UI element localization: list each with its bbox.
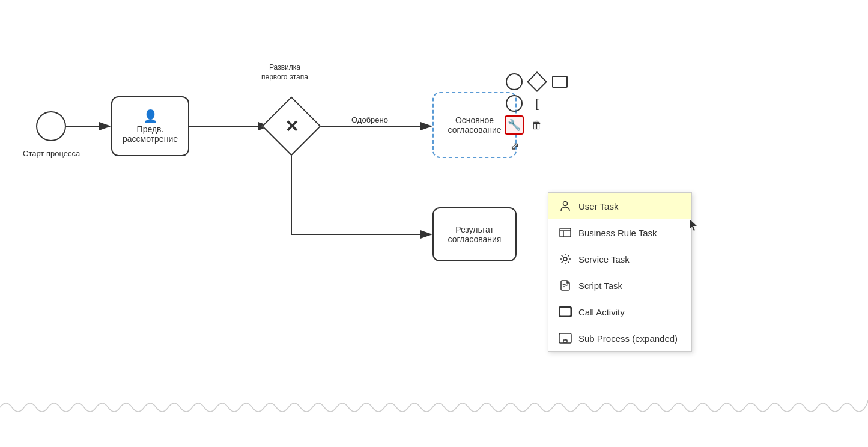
menu-label-business-rule: Business Rule Task bbox=[578, 228, 657, 238]
menu-label-user-task: User Task bbox=[578, 201, 618, 211]
task-predv[interactable]: 👤 Предв. рассмотрение bbox=[111, 96, 189, 156]
context-menu: User Task Business Rule Task Service Ta bbox=[548, 192, 692, 352]
menu-label-sub-process: Sub Process (expanded) bbox=[578, 333, 678, 344]
script-task-icon bbox=[558, 278, 572, 293]
toolbar-row-4: ⇕ bbox=[505, 137, 569, 156]
menu-item-service-task[interactable]: Service Task bbox=[548, 246, 691, 272]
svg-rect-7 bbox=[559, 333, 571, 343]
menu-item-sub-process[interactable]: Sub Process (expanded) bbox=[548, 325, 691, 351]
menu-label-script-task: Script Task bbox=[578, 281, 622, 291]
task-rezultat-line2: согласования bbox=[448, 234, 502, 244]
menu-label-service-task: Service Task bbox=[578, 254, 630, 264]
bpmn-canvas: Старт процесса 👤 Предв. рассмотрение Раз… bbox=[0, 0, 868, 421]
connector-label-odobreno: Одобрено bbox=[351, 115, 388, 124]
service-task-icon bbox=[558, 252, 572, 266]
toolbar-rect-icon[interactable] bbox=[550, 72, 569, 91]
task-osnovnoe[interactable]: Основное согласование bbox=[432, 92, 517, 158]
task-predv-line2: рассмотрение bbox=[123, 134, 178, 144]
svg-point-1 bbox=[563, 202, 568, 206]
start-event bbox=[36, 111, 66, 141]
toolbar: [ 🔧 🗑 ⇕ bbox=[505, 72, 569, 156]
menu-item-business-rule[interactable]: Business Rule Task bbox=[548, 219, 691, 246]
arrow-gateway-to-rezultat bbox=[291, 148, 431, 234]
person-icon: 👤 bbox=[143, 109, 158, 123]
menu-label-call-activity: Call Activity bbox=[578, 307, 625, 317]
task-rezultat[interactable]: Результат согласования bbox=[432, 207, 517, 261]
task-predv-line1: Предв. bbox=[137, 124, 164, 134]
user-task-icon bbox=[558, 199, 572, 213]
task-osnovnoe-line2: согласование bbox=[448, 125, 501, 135]
task-osnovnoe-line1: Основное bbox=[455, 115, 494, 125]
gateway-label-line1: Развилка bbox=[269, 63, 300, 71]
toolbar-row-3: 🔧 🗑 bbox=[505, 115, 569, 135]
toolbar-wrench-icon[interactable]: 🔧 bbox=[505, 115, 524, 135]
task-rezultat-line1: Результат bbox=[455, 225, 494, 234]
gateway-diamond[interactable] bbox=[262, 97, 321, 156]
toolbar-bracket-icon[interactable]: [ bbox=[527, 94, 547, 113]
gateway-label: Развилка первого этапа bbox=[261, 63, 308, 82]
toolbar-diamond-icon[interactable] bbox=[527, 72, 547, 91]
menu-item-user-task[interactable]: User Task bbox=[548, 193, 691, 219]
toolbar-trash-icon[interactable]: 🗑 bbox=[527, 115, 547, 135]
toolbar-row-1 bbox=[505, 72, 569, 91]
start-event-label: Старт процесса bbox=[23, 149, 80, 158]
menu-item-call-activity[interactable]: Call Activity bbox=[548, 299, 691, 325]
svg-rect-6 bbox=[559, 307, 571, 317]
toolbar-arrows-icon[interactable]: ⇕ bbox=[505, 137, 524, 156]
svg-rect-8 bbox=[563, 340, 567, 342]
sub-process-icon bbox=[558, 331, 572, 345]
svg-rect-2 bbox=[560, 228, 571, 237]
menu-item-script-task[interactable]: Script Task bbox=[548, 272, 691, 299]
svg-point-5 bbox=[563, 257, 567, 261]
business-rule-icon bbox=[558, 225, 572, 240]
wave-bar bbox=[0, 394, 868, 421]
toolbar-circle2-icon[interactable] bbox=[505, 94, 524, 113]
toolbar-circle-icon[interactable] bbox=[505, 72, 524, 91]
toolbar-row-2: [ bbox=[505, 94, 569, 113]
call-activity-icon bbox=[558, 305, 572, 319]
gateway-label-line2: первого этапа bbox=[261, 73, 308, 81]
